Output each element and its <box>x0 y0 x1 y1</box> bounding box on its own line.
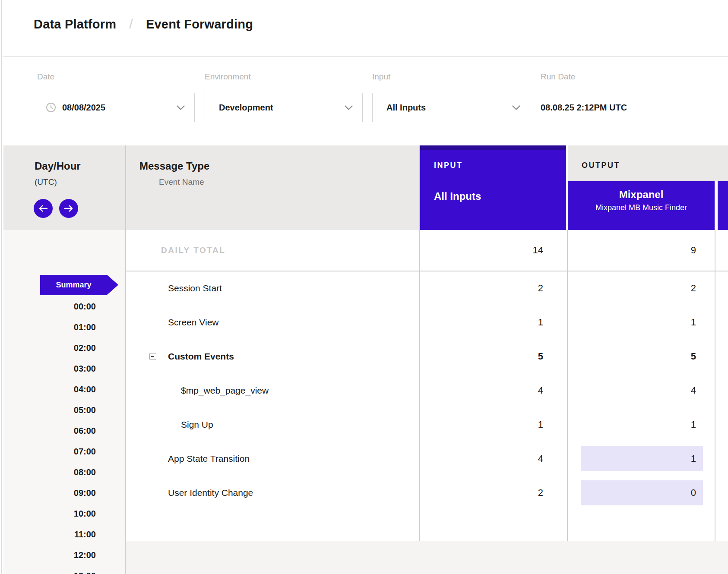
date-select[interactable]: 08/08/2025 <box>37 93 195 122</box>
column-separator <box>715 181 718 230</box>
event-forwarding-page: Data Platform / Event Forwarding Date 08… <box>0 0 728 574</box>
run-date-label: Run Date <box>541 72 575 82</box>
breadcrumb-separator: / <box>129 16 133 32</box>
table-row: Sign Up 1 1 <box>126 407 728 442</box>
hour-label[interactable]: 04:00 <box>74 383 96 395</box>
event-label: Session Start <box>168 271 222 305</box>
empty-grid-area <box>126 541 728 574</box>
hour-label[interactable]: 08:00 <box>74 466 96 478</box>
event-label: Custom Events <box>168 339 234 373</box>
hour-label[interactable]: 03:00 <box>74 363 96 375</box>
hour-label[interactable]: 10:00 <box>74 508 96 520</box>
day-hour-timezone: (UTC) <box>35 177 57 187</box>
output-count: 1 <box>691 407 696 442</box>
breadcrumb: Data Platform / Event Forwarding <box>34 16 253 32</box>
input-count: 4 <box>538 442 543 476</box>
output-count: 4 <box>691 373 696 407</box>
input-column-header: INPUT All Inputs <box>420 145 566 230</box>
summary-row-tag[interactable]: Summary <box>40 275 107 295</box>
output-column-name: Mixpanel <box>568 189 715 201</box>
output-count: 5 <box>691 339 696 373</box>
collapse-icon[interactable] <box>149 353 156 360</box>
table-row: Screen View 1 1 <box>126 305 728 339</box>
date-filter-label: Date <box>37 72 54 82</box>
hour-label[interactable]: 07:00 <box>74 445 96 457</box>
next-day-button[interactable] <box>59 199 78 218</box>
day-navigation <box>34 199 78 218</box>
input-count: 1 <box>538 305 543 339</box>
input-count: 4 <box>538 373 543 407</box>
input-count: 2 <box>538 476 543 510</box>
daily-total-input-value: 14 <box>533 230 543 271</box>
hour-label[interactable]: 11:00 <box>74 528 96 540</box>
hour-label[interactable]: 05:00 <box>74 404 96 416</box>
table-row: Session Start 2 2 <box>126 271 728 305</box>
output-column-header: Mixpanel Mixpanel MB Music Finder <box>568 181 715 230</box>
input-filter-label: Input <box>372 72 390 82</box>
event-rows: Session Start 2 2 Screen View 1 1 Custom… <box>126 271 728 510</box>
window-edge-divider <box>1 0 2 574</box>
message-type-column-title: Message Type <box>139 160 209 172</box>
input-column-accent-strip <box>420 145 566 150</box>
hour-label[interactable]: 12:00 <box>74 549 96 561</box>
hour-label[interactable]: 00:00 <box>74 300 96 312</box>
table-row: App State Transition 4 1 <box>126 442 728 476</box>
output-column-subtitle: Mixpanel MB Music Finder <box>568 203 715 212</box>
hour-label[interactable]: 01:00 <box>74 321 96 333</box>
date-select-value: 08/08/2025 <box>62 103 177 113</box>
event-name-subtitle: Event Name <box>159 177 204 187</box>
table-row: $mp_web_page_view 4 4 <box>126 373 728 407</box>
daily-total-output-value: 9 <box>691 230 696 271</box>
event-label: $mp_web_page_view <box>181 373 269 407</box>
hour-label[interactable]: 09:00 <box>74 487 96 499</box>
input-count: 2 <box>538 271 543 305</box>
output-count: 0 <box>581 480 703 505</box>
output-count: 1 <box>691 305 696 339</box>
day-hour-column: Summary 00:0001:0002:0003:0004:0005:0006… <box>3 230 125 574</box>
environment-select-value: Development <box>219 103 345 113</box>
input-section-label: INPUT <box>434 161 463 170</box>
arrow-right-icon <box>64 205 73 212</box>
run-date-value: 08.08.25 2:12PM UTC <box>541 93 627 122</box>
hour-label[interactable]: 06:00 <box>74 425 96 437</box>
daily-total-row: DAILY TOTAL 14 9 <box>126 230 728 271</box>
table-row: Custom Events 5 5 <box>126 339 728 373</box>
event-label: User Identity Change <box>168 476 253 510</box>
day-hour-column-title: Day/Hour <box>35 160 81 172</box>
breadcrumb-section[interactable]: Data Platform <box>34 17 116 32</box>
chevron-down-icon <box>345 103 353 113</box>
input-column-name: All Inputs <box>434 190 481 202</box>
page-title[interactable]: Event Forwarding <box>146 17 253 32</box>
environment-filter-label: Environment <box>205 72 251 82</box>
next-output-column-partial <box>718 181 728 230</box>
chevron-down-icon <box>512 103 520 113</box>
daily-total-label: DAILY TOTAL <box>161 230 225 271</box>
chevron-down-icon <box>177 103 185 113</box>
input-select[interactable]: All Inputs <box>372 93 530 122</box>
input-count: 5 <box>538 339 543 373</box>
input-count: 1 <box>538 407 543 442</box>
header-divider <box>3 56 728 57</box>
output-section-label: OUTPUT <box>582 161 620 170</box>
arrow-left-icon <box>38 205 48 212</box>
hour-label[interactable]: 02:00 <box>74 342 96 354</box>
previous-day-button[interactable] <box>34 199 53 218</box>
event-label: Screen View <box>168 305 219 339</box>
event-label: App State Transition <box>168 442 250 476</box>
hour-label[interactable]: 13:00 <box>74 570 96 574</box>
clock-icon <box>46 102 56 113</box>
environment-select[interactable]: Development <box>205 93 363 122</box>
table-row: User Identity Change 2 0 <box>126 476 728 510</box>
output-count: 2 <box>691 271 696 305</box>
summary-label: Summary <box>56 281 91 290</box>
event-label: Sign Up <box>181 407 213 442</box>
table-header: Day/Hour (UTC) Message Type Event Name I… <box>3 145 728 230</box>
output-count: 1 <box>581 446 703 471</box>
input-select-value: All Inputs <box>386 103 512 113</box>
